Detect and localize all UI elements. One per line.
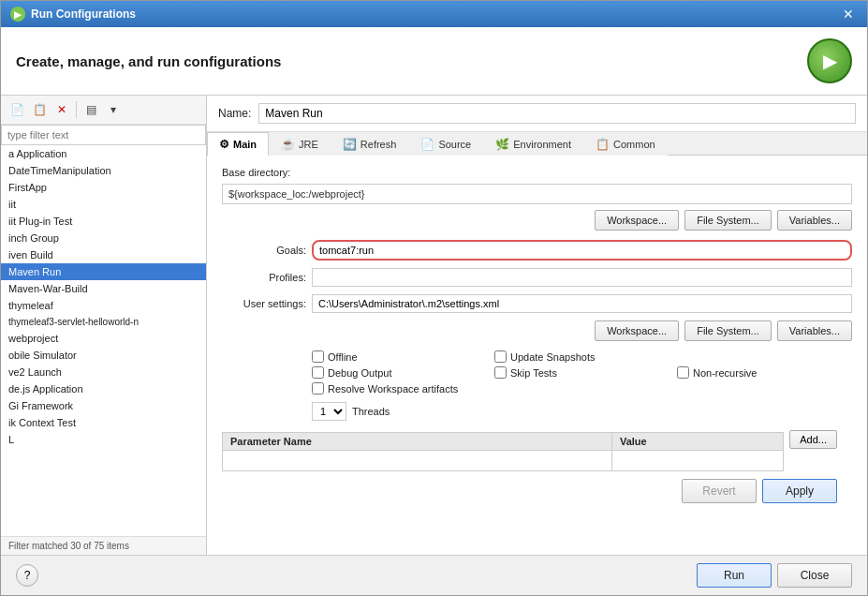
list-item[interactable]: DateTimeManipulation — [1, 162, 206, 179]
tab-common[interactable]: 📋 Common — [583, 132, 668, 156]
user-settings-btn-row: Workspace... File System... Variables... — [222, 320, 852, 341]
tab-main[interactable]: ⚙ Main — [207, 132, 269, 156]
list-item[interactable]: inch Group — [1, 230, 206, 246]
list-item[interactable]: ve2 Launch — [1, 364, 206, 380]
param-value-header: Value — [611, 433, 783, 451]
list-item[interactable]: Gi Framework — [1, 397, 206, 414]
goals-row: Goals: — [222, 240, 852, 261]
list-item[interactable]: Maven-War-Build — [1, 280, 206, 297]
name-label: Name: — [218, 107, 251, 120]
update-snapshots-label: Update Snapshots — [510, 351, 596, 363]
list-item[interactable]: iit Plug-in Test — [1, 213, 206, 230]
resolve-workspace-checkbox[interactable] — [312, 382, 324, 395]
filter-input[interactable] — [1, 125, 206, 145]
apply-button[interactable]: Apply — [762, 479, 837, 503]
goals-input[interactable] — [312, 240, 852, 261]
content-area: Base directory: Workspace... File System… — [207, 156, 867, 555]
debug-output-checkbox-item: Debug Output — [312, 366, 487, 379]
base-directory-label: Base directory: — [222, 167, 852, 178]
sidebar-footer: Filter matched 30 of 75 items — [1, 536, 206, 555]
non-recursive-checkbox[interactable] — [677, 366, 689, 379]
update-snapshots-checkbox[interactable] — [494, 350, 507, 363]
help-button[interactable]: ? — [16, 564, 38, 587]
source-tab-icon: 📄 — [420, 138, 434, 151]
debug-output-label: Debug Output — [328, 367, 392, 379]
variables-button-2[interactable]: Variables... — [777, 320, 852, 341]
threads-select[interactable]: 1 2 4 8 — [312, 402, 346, 421]
copy-config-button[interactable]: 📋 — [29, 99, 50, 120]
delete-config-button[interactable]: ✕ — [51, 99, 72, 120]
footer-right: Run Close — [697, 563, 852, 588]
add-parameter-button[interactable]: Add... — [789, 430, 837, 449]
run-icon: ▶ — [807, 38, 852, 83]
list-item[interactable]: iit — [1, 196, 206, 213]
list-item[interactable]: webproject — [1, 330, 206, 347]
skip-tests-checkbox[interactable] — [494, 366, 507, 379]
list-item-selected[interactable]: Maven Run — [1, 263, 206, 280]
update-snapshots-checkbox-item: Update Snapshots — [494, 350, 669, 363]
profiles-input[interactable] — [312, 268, 852, 287]
jre-tab-icon: ☕ — [281, 138, 295, 151]
tab-source[interactable]: 📄 Source — [408, 132, 483, 156]
empty-checkbox-item — [677, 350, 852, 363]
user-settings-row: User settings: — [222, 294, 852, 313]
title-bar: ▶ Run Configurations ✕ — [1, 1, 867, 27]
profiles-row: Profiles: — [222, 268, 852, 287]
checkboxes-grid: Offline Update Snapshots Debug Output Sk… — [312, 350, 852, 395]
list-item[interactable]: ik Context Test — [1, 414, 206, 431]
tab-refresh[interactable]: 🔄 Refresh — [331, 132, 409, 156]
list-item[interactable]: obile Simulator — [1, 347, 206, 364]
user-settings-input[interactable] — [312, 294, 852, 313]
name-input[interactable] — [258, 103, 856, 124]
threads-label: Threads — [352, 406, 390, 417]
params-table: Parameter Name Value — [222, 432, 784, 471]
list-item[interactable]: thymeleaf3-servlet-helloworld-n — [1, 314, 206, 330]
list-item[interactable]: thymeleaf — [1, 297, 206, 314]
window-title: Run Configurations — [31, 7, 136, 21]
dialog-description: Create, manage, and run configurations — [16, 53, 281, 69]
title-bar-left: ▶ Run Configurations — [10, 7, 136, 22]
base-directory-input[interactable] — [222, 184, 852, 204]
user-settings-label: User settings: — [222, 298, 306, 309]
collapse-all-button[interactable]: ▤ — [81, 99, 101, 120]
debug-output-checkbox[interactable] — [312, 366, 324, 379]
list-item[interactable]: iven Build — [1, 246, 206, 263]
new-config-button[interactable]: 📄 — [7, 99, 27, 120]
app-icon: ▶ — [10, 7, 25, 22]
tab-jre[interactable]: ☕ JRE — [269, 132, 331, 156]
list-item[interactable]: de.js Application — [1, 380, 206, 397]
offline-checkbox[interactable] — [312, 350, 324, 363]
variables-button-1[interactable]: Variables... — [777, 210, 852, 231]
tab-environment[interactable]: 🌿 Environment — [483, 132, 583, 156]
revert-button[interactable]: Revert — [682, 479, 757, 503]
run-button[interactable]: Run — [697, 563, 772, 588]
table-row — [223, 451, 784, 471]
filesystem-button-2[interactable]: File System... — [684, 320, 772, 341]
workspace-button-2[interactable]: Workspace... — [595, 320, 679, 341]
toolbar-divider — [76, 101, 77, 118]
resolve-workspace-label: Resolve Workspace artifacts — [328, 383, 458, 395]
params-table-container: Parameter Name Value — [222, 430, 784, 471]
close-button[interactable]: Close — [777, 563, 852, 588]
filesystem-button-1[interactable]: File System... — [684, 210, 772, 231]
main-panel: Name: ⚙ Main ☕ JRE 🔄 Refresh 📄 — [207, 96, 867, 555]
non-recursive-label: Non-recursive — [693, 367, 757, 379]
menu-button[interactable]: ▾ — [103, 99, 124, 120]
skip-tests-label: Skip Tests — [510, 367, 557, 379]
tab-source-label: Source — [438, 139, 471, 150]
workspace-button-1[interactable]: Workspace... — [595, 210, 679, 231]
skip-tests-checkbox-item: Skip Tests — [494, 366, 669, 379]
sidebar-list: a Application DateTimeManipulation First… — [1, 145, 206, 536]
list-item[interactable]: a Application — [1, 145, 206, 162]
list-item[interactable]: FirstApp — [1, 179, 206, 196]
dialog-footer: ? Run Close — [1, 555, 867, 595]
tab-jre-label: JRE — [299, 139, 318, 150]
tab-environment-label: Environment — [513, 139, 571, 150]
param-value-cell — [611, 451, 783, 471]
sidebar-scroll-area: a Application DateTimeManipulation First… — [1, 145, 206, 536]
param-name-cell — [223, 451, 612, 471]
window-close-button[interactable]: ✕ — [839, 7, 858, 21]
environment-tab-icon: 🌿 — [495, 138, 509, 151]
dialog-body: 📄 📋 ✕ ▤ ▾ a Application DateTimeManipula… — [1, 96, 867, 555]
list-item[interactable]: L — [1, 431, 206, 448]
